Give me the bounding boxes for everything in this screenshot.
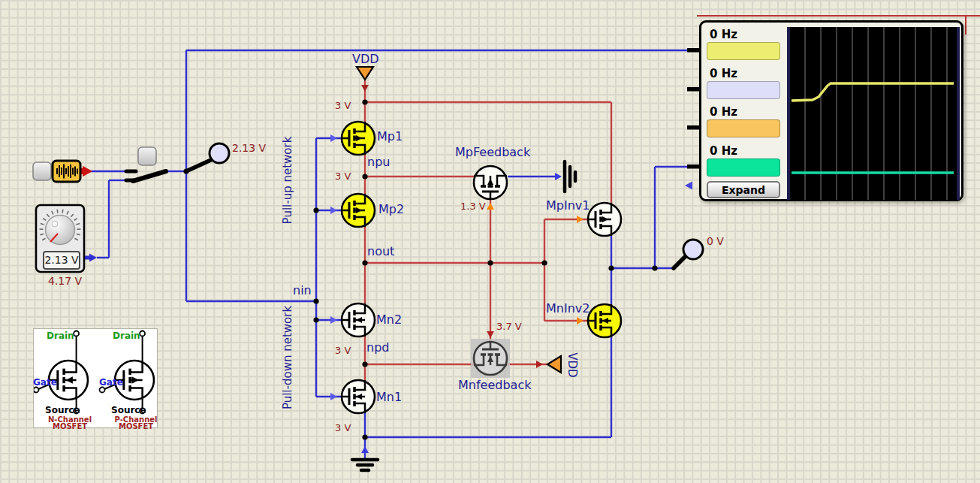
label-npu: npu [367,155,390,169]
scope-pin[interactable] [687,87,700,92]
mosfet-legend: DrainGateSourceN-ChannelMOSFETDrainGateS… [33,328,158,428]
switch-toggle-button[interactable] [138,147,156,165]
label-mp1: Mp1 [377,130,403,143]
wire-arrow-icon [555,173,562,180]
schematic-canvas: VDD3 VMp1npu3 VMp2noutninMn2npd3 VMn13 V… [0,0,980,483]
label-pullup: Pull-up network [282,137,294,225]
voltage-probe-left[interactable] [186,143,229,171]
junction-dot [313,207,318,213]
label-nout: nout [367,245,394,258]
label-v-13: 1.3 V [460,201,486,212]
expand-button[interactable]: Expand [707,181,780,198]
wire-arrow-icon [487,331,494,338]
label-vdd-right: VDD [566,352,579,377]
scope-channel-color-button[interactable] [707,119,780,137]
vdd-symbol-top[interactable] [357,67,373,80]
wire-arrow-icon [330,393,337,400]
junction-dot [541,260,547,265]
wire-arrow-icon [685,182,692,190]
scope-channel-color-button[interactable] [707,158,780,177]
legend-p-source: Source [111,405,146,415]
spdt-switch[interactable] [126,147,166,181]
scope-channel-frequency: 0 Hz [710,144,737,158]
junction-dot [362,260,367,265]
mosfet-mnfeedback[interactable] [471,339,510,378]
legend-p-caption: MOSFET [119,422,153,430]
junction-dot [313,298,318,303]
wire-arrow-icon [487,203,494,210]
label-mnfeedback: Mnfeedback [458,379,531,392]
junction-dot [362,434,367,439]
label-v-npu: 3 V [335,171,351,182]
legend-n-source: Source [45,405,80,415]
mosfet-mp2[interactable] [342,194,375,227]
wire-arrow-icon [577,216,583,223]
label-mn2: Mn2 [376,313,402,327]
mosfet-mninv2[interactable] [588,304,621,337]
vdd-symbol-right[interactable] [547,356,561,373]
junction-dot [362,361,367,367]
ground-symbol-right[interactable] [565,162,575,192]
label-v-37: 3.7 V [496,321,522,332]
label-mn1: Mn1 [376,391,402,404]
label-mpfeedback: MpFeedback [455,146,530,159]
probe-right-value: 0 V [707,235,724,247]
label-mpinv1: MpInv1 [546,199,590,213]
scope-pin[interactable] [687,165,700,169]
label-mninv2: MnInv2 [546,302,590,315]
wire-arrow-icon [536,361,543,368]
junction-dot [362,99,367,104]
knob-max-label: 4.17 V [48,275,82,287]
scope-channel-color-button[interactable] [707,42,780,60]
legend-p-gate: Gate [99,377,123,388]
scope-channel-frequency: 0 Hz [710,105,737,119]
probe-left-value: 2.13 V [232,142,266,154]
scope-pin[interactable] [687,48,700,53]
label-npd: npd [366,341,389,355]
wire-arrow-icon [330,134,337,142]
label-v-rail: 3 V [335,101,351,111]
label-v-src: 3 V [335,423,351,433]
scope-pin[interactable] [687,125,700,130]
scope-channel-frequency: 0 Hz [710,28,737,41]
mosfet-mn1[interactable] [342,380,375,413]
junction-dot [362,174,367,179]
scope-screen [787,27,960,200]
label-vdd-top: VDD [352,53,379,66]
junction-dot [487,260,493,265]
label-v-npd: 3 V [335,346,351,356]
mosfet-mpinv1[interactable] [588,203,621,236]
wire-arrow-icon [330,316,337,324]
push-button[interactable] [33,162,51,180]
scope-channel-frequency: 0 Hz [710,67,737,80]
knob-voltage-display: 2.13 V [43,251,80,270]
wire-arrow-icon [330,207,337,214]
audio-source[interactable] [53,161,80,182]
switch-lever[interactable] [133,171,166,181]
mosfet-mn2[interactable] [342,303,375,337]
label-mp2: Mp2 [378,203,404,216]
legend-n-drain: Drain [47,331,74,341]
wire-arrow-icon [361,446,369,453]
label-pulldown: Pull-down network [282,306,294,409]
wire-arrow-icon [361,85,369,92]
oscilloscope-panel: 0 Hz0 Hz0 Hz0 Hz Expand [699,20,963,201]
scope-trace-yellow [792,83,954,101]
wire-arrow-icon [577,317,583,325]
scope-traces [790,27,957,200]
ground-symbol-bottom[interactable] [352,460,378,470]
junction-dot [608,265,614,270]
legend-p-drain: Drain [113,331,140,341]
mosfet-mp1[interactable] [342,122,375,155]
legend-n-caption: MOSFET [53,422,87,430]
scope-channel-color-button[interactable] [707,81,780,99]
mosfet-mpfeedback[interactable] [474,166,507,199]
legend-n-gate: Gate [33,377,57,388]
voltage-probe-right[interactable] [674,240,703,268]
junction-dot [313,317,318,322]
label-nin: nin [293,284,312,297]
knob-dial[interactable] [46,216,75,245]
junction-dot [652,265,657,270]
